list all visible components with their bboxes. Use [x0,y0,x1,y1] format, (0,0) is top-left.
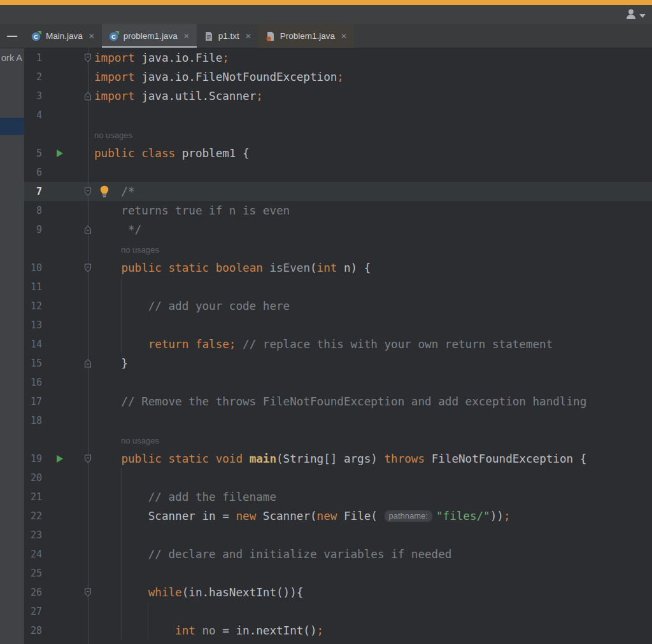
fold-marker-icon[interactable] [84,263,92,272]
code-line: 8 returns true if n is even [24,201,652,220]
fold-marker-icon[interactable] [84,454,92,463]
code-text[interactable]: // Remove the throws FileNotFoundExcepti… [94,392,586,411]
code-text[interactable]: while(in.hasNextInt()){ [94,583,303,602]
project-tool-window-strip[interactable]: ork A [0,48,24,644]
line-number[interactable]: 15 [24,354,42,373]
code-text[interactable]: return false; // replace this with your … [94,335,553,354]
code-token: public static void [121,452,243,465]
line-number[interactable]: 25 [24,564,42,583]
line-number[interactable]: 16 [24,373,42,392]
editor-tab-problem1-java[interactable]: Problem1.java✕ [259,24,354,48]
code-text[interactable]: import java.io.File; [94,48,229,67]
run-button-icon[interactable] [56,454,64,463]
code-text[interactable]: // declare and initialize variables if n… [94,545,451,564]
close-tab-icon[interactable]: ✕ [245,32,252,41]
project-clipped-text: ork A [1,53,22,63]
code-text[interactable]: public static boolean isEven(int n) { [94,258,371,277]
line-number[interactable]: 9 [24,220,42,239]
code-text[interactable]: // add the filename [94,487,276,507]
code-text[interactable]: int no = in.nextInt(); [94,621,323,640]
close-tab-icon[interactable]: ✕ [183,32,190,41]
line-number[interactable]: 13 [24,316,42,335]
code-editor[interactable]: 1import java.io.File;2import java.io.Fil… [24,48,652,644]
code-text[interactable]: */ [94,220,141,239]
code-token: n) { [337,262,371,274]
code-line: 24 // declare and initialize variables i… [24,545,652,564]
close-tab-icon[interactable]: ✕ [341,32,347,41]
line-number[interactable]: 17 [24,392,42,411]
fold-marker-icon[interactable] [84,588,92,597]
code-text[interactable]: } [94,354,128,373]
usages-inlay-hint[interactable]: no usages [121,241,159,260]
run-button-icon[interactable] [56,149,64,158]
line-number[interactable]: 20 [24,468,42,487]
line-number[interactable]: 22 [24,507,42,526]
code-token: // add your code here [94,300,290,312]
code-token: )) [490,510,504,522]
code-token: */ [94,223,141,236]
line-number[interactable]: 26 [24,583,42,602]
code-text[interactable]: public static void main(String[] args) t… [94,449,586,468]
line-number[interactable]: 11 [24,277,42,297]
code-token: Scanner in = [94,510,236,522]
code-text[interactable]: import java.util.Scanner; [94,87,263,106]
code-token: } [94,357,128,370]
fold-marker-icon[interactable] [84,92,92,101]
indent-guide [121,277,122,297]
code-text[interactable]: returns true if n is even [94,201,290,220]
line-number[interactable]: 5 [24,144,42,163]
indent-guide [121,526,122,545]
code-line: 3import java.util.Scanner; [24,87,652,106]
dropdown-caret-icon[interactable] [639,14,646,18]
line-number[interactable]: 3 [24,87,42,106]
line-number[interactable]: 4 [24,106,42,125]
code-token: ; [256,90,263,102]
intention-bulb-icon[interactable] [99,185,110,199]
code-line: 23 [24,526,652,545]
editor-tab-main-java[interactable]: CMain.java✕ [24,24,102,48]
close-tab-icon[interactable]: ✕ [89,32,95,41]
line-number[interactable]: 19 [24,449,42,468]
editor-tab-p1-txt[interactable]: p1.txt✕ [197,24,259,48]
code-line: 28 int no = in.nextInt(); [24,621,652,640]
code-text[interactable]: Scanner in = new Scanner(new File( pathn… [94,507,510,526]
project-selected-row[interactable] [0,118,24,135]
code-text[interactable]: // add your code here [94,297,290,316]
code-token: import [94,90,135,102]
code-token: // add the filename [94,491,276,503]
text-file-icon [204,31,214,41]
line-number[interactable]: 24 [24,545,42,564]
line-number[interactable]: 23 [24,526,42,545]
indent-guide [148,602,148,621]
line-number[interactable]: 18 [24,411,42,430]
fold-marker-icon[interactable] [84,359,92,368]
line-number[interactable]: 1 [24,48,42,67]
code-text[interactable]: no usages [94,239,159,260]
editor-tab-problem1-java[interactable]: Cproblem1.java✕ [102,24,197,48]
user-icon[interactable] [625,8,637,22]
line-number[interactable]: 7 [24,182,42,201]
line-number[interactable]: 14 [24,335,42,354]
code-text[interactable]: public class problem1 { [94,144,250,163]
hide-panel-button[interactable]: — [0,24,24,48]
code-token [94,624,175,637]
fold-marker-icon[interactable] [84,225,92,234]
code-line: 22 Scanner in = new Scanner(new File( pa… [24,507,652,526]
line-number[interactable]: 2 [24,67,42,87]
code-token: no [195,624,216,637]
tab-label: Problem1.java [280,31,335,41]
code-text[interactable]: import java.io.FileNotFoundException; [94,67,344,87]
line-number[interactable]: 21 [24,487,42,507]
code-text[interactable]: no usages [94,125,132,145]
line-number[interactable]: 10 [24,258,42,277]
code-text[interactable]: no usages [94,430,159,451]
usages-inlay-hint[interactable]: no usages [121,431,159,451]
line-number[interactable]: 27 [24,602,42,621]
line-number[interactable]: 6 [24,163,42,182]
line-number[interactable]: 8 [24,201,42,220]
fold-marker-icon[interactable] [84,187,92,196]
line-number[interactable]: 28 [24,621,42,640]
usages-inlay-hint[interactable]: no usages [94,126,132,145]
fold-marker-icon[interactable] [84,53,92,62]
line-number[interactable]: 12 [24,297,42,316]
